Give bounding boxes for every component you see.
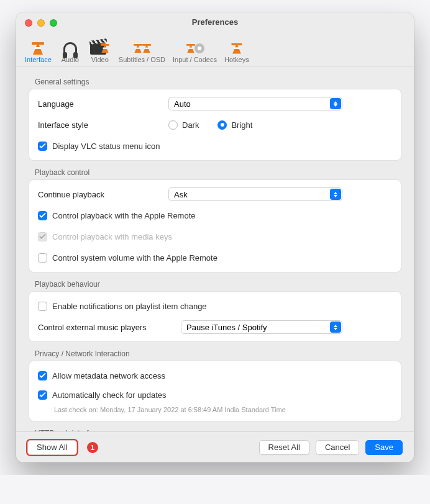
radio-style-dark[interactable]: Dark [168, 120, 199, 130]
checkbox-metadata-network[interactable]: Allow metadata network access [38, 371, 165, 380]
prefs-scroll-area[interactable]: General settings Language Auto Interface… [16, 66, 414, 431]
section-title-general: General settings [29, 74, 401, 89]
save-button[interactable]: Save [365, 440, 403, 455]
cone-icon [227, 35, 247, 55]
panel-playback-control: Continue playback Ask Control playback w… [29, 179, 401, 272]
language-select[interactable]: Auto [168, 97, 342, 110]
checkbox-apple-remote[interactable]: Control playback with the Apple Remote [38, 211, 196, 220]
close-window-button[interactable] [25, 19, 32, 27]
label-interface-style: Interface style [38, 120, 162, 130]
checkbox-system-volume-remote[interactable]: Control system volume with the Apple Rem… [38, 253, 217, 263]
radio-style-bright[interactable]: Bright [217, 120, 252, 130]
continue-playback-select[interactable]: Ask [168, 187, 342, 201]
prefs-toolbar: Interface Audio Video Subtitles / OSD In… [16, 31, 414, 66]
reset-all-button[interactable]: Reset All [259, 440, 309, 455]
cone-icon [28, 35, 48, 55]
checkbox-status-menu-icon[interactable]: Display VLC status menu icon [38, 142, 160, 151]
tab-subtitles[interactable]: Subtitles / OSD [115, 34, 169, 66]
checkbox-playlist-notifications[interactable]: Enable notifications on playlist item ch… [38, 302, 207, 311]
annotation-badge: 1 [87, 442, 98, 453]
section-title-playback-behaviour: Playback behaviour [29, 276, 401, 291]
button-bar: Show All 1 Reset All Cancel Save [16, 431, 414, 462]
show-all-button[interactable]: Show All [27, 440, 77, 455]
clapper-cone-icon [90, 35, 110, 55]
tab-input-codecs[interactable]: Input / Codecs [169, 34, 221, 66]
minimize-window-button[interactable] [37, 19, 45, 27]
traffic-lights [25, 19, 57, 27]
window-title: Preferences [16, 12, 414, 27]
tab-video[interactable]: Video [85, 34, 115, 66]
checkbox-media-keys: Control playback with media keys [38, 232, 172, 241]
section-title-playback-control: Playback control [29, 164, 401, 179]
cones-pair-icon [132, 35, 152, 55]
headphones-icon [60, 35, 80, 55]
cone-disc-icon [185, 35, 204, 55]
section-title-privacy: Privacy / Network Interaction [29, 346, 401, 361]
select-arrows-icon [330, 189, 341, 200]
external-players-select[interactable]: Pause iTunes / Spotify [181, 320, 342, 334]
select-arrows-icon [330, 322, 341, 333]
tab-audio[interactable]: Audio [55, 34, 85, 66]
checkbox-auto-updates[interactable]: Automatically check for updates [38, 390, 167, 400]
select-arrows-icon [330, 98, 341, 109]
zoom-window-button[interactable] [50, 19, 57, 27]
tab-interface[interactable]: Interface [21, 34, 55, 66]
panel-playback-behaviour: Enable notifications on playlist item ch… [29, 291, 401, 342]
label-continue-playback: Continue playback [38, 190, 162, 199]
titlebar: Preferences [16, 12, 414, 31]
cancel-button[interactable]: Cancel [316, 440, 359, 455]
label-external-players: Control external music players [38, 323, 175, 332]
panel-general: Language Auto Interface style Dark Brigh… [29, 89, 401, 161]
preferences-window: Preferences Interface Audio Video Subtit… [16, 12, 414, 462]
panel-privacy: Allow metadata network access Automatica… [29, 361, 401, 421]
tab-hotkeys[interactable]: Hotkeys [221, 34, 253, 66]
label-language: Language [38, 99, 162, 109]
section-title-http: HTTP web interface [29, 425, 401, 431]
text-last-update-check: Last check on: Monday, 17 January 2022 a… [38, 405, 392, 416]
